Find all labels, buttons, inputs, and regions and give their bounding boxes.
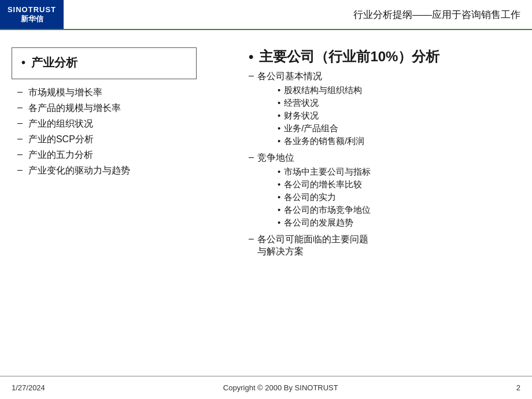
item-text: 业务/产品组合 [284,123,338,134]
list-item: •经营状况 [260,97,520,109]
item-text: 各公司的发展趋势 [284,217,353,228]
bullet-icon: • [278,85,280,95]
list-item: •各公司的市场竞争地位 [260,204,520,216]
right-column: • 主要公司（行业前10%）分析 – 各公司基本情况 •股权结构与组织结构 •经… [237,47,520,360]
bullet-icon: • [278,110,280,120]
bullet-icon: • [278,192,280,202]
list-item: –产业的五力分析 [17,147,231,163]
right-group-3: – 各公司可能面临的主要问题与解决方案 [249,232,520,259]
right-group-2-label: – 竞争地位 [249,151,520,165]
item-text: 各公司的实力 [284,192,336,203]
list-item: •市场中主要公司与指标 [260,165,520,178]
right-group-2-items: •市场中主要公司与指标 •各公司的增长率比较 •各公司的实力 •各公司的市场竞争… [249,165,520,229]
group-label-text: 各公司可能面临的主要问题与解决方案 [257,234,368,258]
list-item: –产业的组织状况 [17,116,231,132]
list-item: –产业的SCP分析 [17,132,231,147]
list-item: –产业变化的驱动力与趋势 [17,163,231,179]
footer: 1/27/2024 Copyright © 2000 By SINOTRUST … [0,376,532,399]
bullet-icon: • [278,167,280,176]
bullet-icon: • [278,123,280,133]
item-text: 产业的SCP分析 [28,134,94,146]
footer-copyright: Copyright © 2000 By SINOTRUST [223,383,338,392]
list-item: •股权结构与组织结构 [260,84,520,97]
item-text: 各公司的市场竞争地位 [284,205,371,216]
item-text: 财务状况 [284,110,319,121]
left-bullet: • [21,56,25,69]
left-section-title: • 产业分析 [21,55,187,71]
item-text: 股权结构与组织结构 [284,85,362,96]
right-group-2: – 竞争地位 •市场中主要公司与指标 •各公司的增长率比较 •各公司的实力 •各… [249,151,520,229]
main-content: • 产业分析 –市场规模与增长率 –各产品的规模与增长率 –产业的组织状况 –产… [0,30,532,371]
item-text: 各公司的增长率比较 [284,179,362,190]
right-group-3-label: – 各公司可能面临的主要问题与解决方案 [249,232,520,259]
dash-icon: – [17,165,23,175]
dash-icon: – [249,71,254,81]
item-text: 产业变化的驱动力与趋势 [28,165,130,177]
right-bullet: • [249,49,253,65]
left-column: • 产业分析 –市场规模与增长率 –各产品的规模与增长率 –产业的组织状况 –产… [12,47,231,360]
item-text: 产业的五力分析 [28,149,93,161]
list-item: •业务/产品组合 [260,122,520,135]
list-item: •各公司的增长率比较 [260,178,520,191]
dash-icon: – [249,152,254,162]
list-item: •各公司的实力 [260,191,520,204]
right-title-text: 主要公司（行业前10%）分析 [259,47,439,66]
left-list: –市场规模与增长率 –各产品的规模与增长率 –产业的组织状况 –产业的SCP分析… [12,85,231,179]
item-text: 市场规模与增长率 [28,87,102,99]
right-group-1-items: •股权结构与组织结构 •经营状况 •财务状况 •业务/产品组合 •各业务的销售额… [249,84,520,147]
left-title-text: 产业分析 [31,55,77,71]
bullet-icon: • [278,136,280,146]
header: SINOTRUST 新华信 行业分析提纲——应用于咨询销售工作 [0,0,532,30]
dash-icon: – [17,149,23,160]
list-item: –市场规模与增长率 [17,85,231,101]
dash-icon: – [17,134,23,144]
bullet-icon: • [278,205,280,215]
list-item: •各业务的销售额/利润 [260,135,520,147]
logo-en: SINOTRUST [8,5,56,14]
header-title-area: 行业分析提纲——应用于咨询销售工作 [64,0,532,29]
bullet-icon: • [278,179,280,189]
right-section-title: • 主要公司（行业前10%）分析 [249,47,520,66]
item-text: 各产品的规模与增长率 [28,102,121,114]
item-text: 经营状况 [284,98,319,109]
list-item: •财务状况 [260,109,520,122]
item-text: 各业务的销售额/利润 [284,136,364,147]
bullet-icon: • [278,98,280,108]
item-text: 市场中主要公司与指标 [284,167,371,178]
list-item: –各产品的规模与增长率 [17,101,231,116]
group-label-text: 竞争地位 [257,152,294,164]
right-list: – 各公司基本情况 •股权结构与组织结构 •经营状况 •财务状况 •业务/产品组… [249,69,520,259]
logo-cn: 新华信 [21,14,43,24]
logo-box: SINOTRUST 新华信 [0,0,64,29]
header-title: 行业分析提纲——应用于咨询销售工作 [353,8,520,21]
list-item: •各公司的发展趋势 [260,216,520,229]
dash-icon: – [249,234,254,244]
dash-icon: – [17,102,23,113]
bullet-icon: • [278,217,280,227]
group-label-text: 各公司基本情况 [257,71,322,83]
dash-icon: – [17,118,23,128]
footer-date: 1/27/2024 [12,383,45,392]
item-text: 产业的组织状况 [28,118,93,130]
footer-page: 2 [516,383,520,392]
right-group-1-label: – 各公司基本情况 [249,69,520,84]
right-group-1: – 各公司基本情况 •股权结构与组织结构 •经营状况 •财务状况 •业务/产品组… [249,69,520,147]
left-box: • 产业分析 [12,47,197,79]
dash-icon: – [17,87,23,97]
